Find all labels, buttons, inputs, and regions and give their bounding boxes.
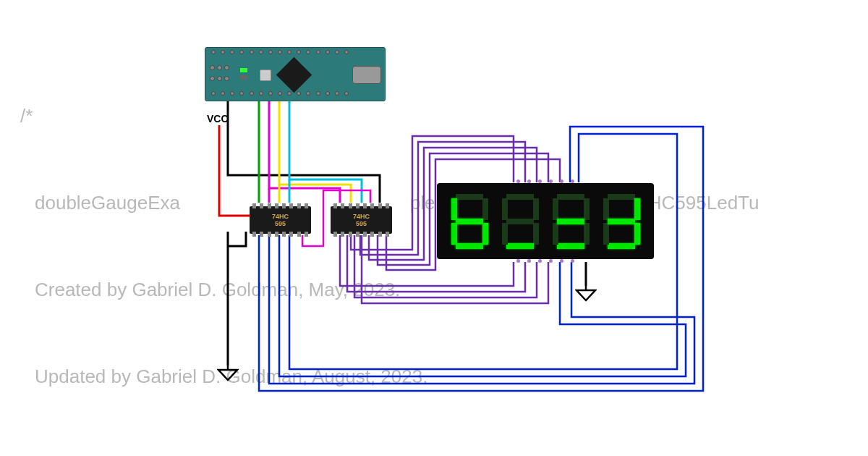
code-line: Updated by Gabriel D. Goldman, August, 2… xyxy=(20,362,767,391)
code-line: /* xyxy=(20,101,767,130)
code-line: doubleGaugeExa ple file to demonstrate T… xyxy=(20,188,767,217)
code-background: /* doubleGaugeExa ple file to demonstrat… xyxy=(20,43,767,456)
code-line: Created by Gabriel D. Goldman, May, 2023… xyxy=(20,275,767,304)
code-line: Released into the public domain in accor… xyxy=(20,449,767,456)
